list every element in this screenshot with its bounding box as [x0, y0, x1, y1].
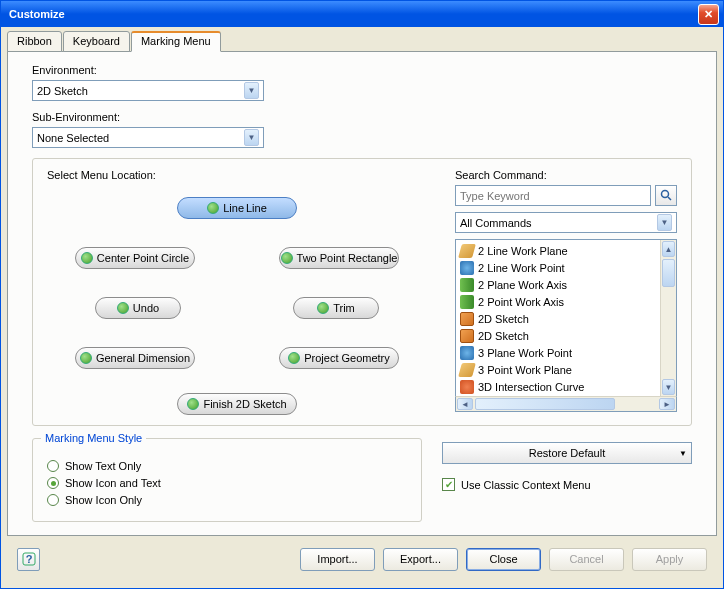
tab-marking-menu[interactable]: Marking Menu — [131, 31, 221, 52]
slot-north[interactable]: LineLine — [177, 197, 297, 219]
list-item[interactable]: 2 Plane Work Axis — [458, 276, 658, 293]
scroll-track[interactable] — [616, 397, 658, 411]
subenvironment-dropdown[interactable]: None Selected ▼ — [32, 127, 264, 148]
circle-icon — [81, 252, 93, 264]
subenvironment-label: Sub-Environment: — [32, 111, 692, 123]
command-panel: Search Command: All Commands ▼ — [455, 169, 677, 415]
command-filter-value: All Commands — [460, 217, 657, 229]
work-plane-icon — [458, 244, 476, 258]
checkbox-icon — [442, 478, 455, 491]
search-icon — [660, 189, 673, 202]
tabpanel-marking-menu: Environment: 2D Sketch ▼ Sub-Environment… — [7, 51, 717, 536]
slot-southwest[interactable]: General Dimension — [75, 347, 195, 369]
customize-dialog: Customize ✕ Ribbon Keyboard Marking Menu… — [0, 0, 724, 589]
svg-line-1 — [668, 197, 671, 200]
radio-icon — [47, 477, 59, 489]
slot-northeast[interactable]: Two Point Rectangle — [279, 247, 399, 269]
work-axis-icon — [460, 278, 474, 292]
right-options: Restore Default ▼ Use Classic Context Me… — [442, 438, 692, 522]
use-classic-context-menu-checkbox[interactable]: Use Classic Context Menu — [442, 478, 692, 491]
scroll-thumb[interactable] — [662, 259, 675, 287]
environment-value: 2D Sketch — [37, 85, 244, 97]
undo-icon — [117, 302, 129, 314]
slot-southeast[interactable]: Project Geometry — [279, 347, 399, 369]
list-item[interactable]: 3 Point Work Plane — [458, 361, 658, 378]
list-item[interactable]: 2D Sketch — [458, 327, 658, 344]
scroll-down-button[interactable]: ▼ — [662, 379, 675, 395]
search-button[interactable] — [655, 185, 677, 206]
finish-icon — [187, 398, 199, 410]
horizontal-scrollbar[interactable]: ◄ ► — [455, 396, 677, 412]
dialog-button-bar: ? Import... Export... Close Cancel Apply — [13, 542, 711, 576]
work-axis-icon — [460, 295, 474, 309]
scroll-up-button[interactable]: ▲ — [662, 241, 675, 257]
radio-text-only[interactable]: Show Text Only — [47, 460, 407, 472]
chevron-down-icon: ▼ — [679, 449, 687, 458]
scroll-track[interactable] — [661, 288, 676, 378]
tabstrip: Ribbon Keyboard Marking Menu — [7, 31, 717, 52]
close-button[interactable]: Close — [466, 548, 541, 571]
list-item[interactable]: 3 Plane Work Point — [458, 344, 658, 361]
export-button[interactable]: Export... — [383, 548, 458, 571]
slot-west[interactable]: Undo — [95, 297, 181, 319]
chevron-down-icon: ▼ — [657, 214, 672, 231]
window-close-button[interactable]: ✕ — [698, 4, 719, 25]
sketch-icon — [460, 329, 474, 343]
work-point-icon — [460, 346, 474, 360]
close-icon: ✕ — [704, 8, 713, 21]
command-listbox[interactable]: 2 Line Work Plane 2 Line Work Point 2 Pl… — [455, 239, 677, 397]
dialog-content: Ribbon Keyboard Marking Menu Environment… — [7, 31, 717, 582]
menu-location-label: Select Menu Location: — [47, 169, 435, 181]
environment-dropdown[interactable]: 2D Sketch ▼ — [32, 80, 264, 101]
titlebar: Customize ✕ — [1, 1, 723, 27]
command-filter-dropdown[interactable]: All Commands ▼ — [455, 212, 677, 233]
svg-point-0 — [661, 191, 668, 198]
vertical-scrollbar[interactable]: ▲ ▼ — [660, 240, 676, 396]
dimension-icon — [80, 352, 92, 364]
marking-menu-style-group: Marking Menu Style Show Text Only Show I… — [32, 438, 422, 522]
help-icon: ? — [22, 552, 36, 566]
line-icon — [207, 202, 219, 214]
restore-default-button[interactable]: Restore Default ▼ — [442, 442, 692, 464]
group-title: Marking Menu Style — [41, 432, 146, 444]
radial-menu-layout: LineLine Center Point Circle Two Point R… — [47, 185, 435, 415]
cancel-button: Cancel — [549, 548, 624, 571]
config-fieldset: Select Menu Location: LineLine Center Po… — [32, 158, 692, 426]
list-item[interactable]: 2D Sketch — [458, 310, 658, 327]
project-icon — [288, 352, 300, 364]
subenvironment-value: None Selected — [37, 132, 244, 144]
scroll-thumb[interactable] — [475, 398, 615, 410]
apply-button: Apply — [632, 548, 707, 571]
slot-northwest[interactable]: Center Point Circle — [75, 247, 195, 269]
search-input[interactable] — [455, 185, 651, 206]
scroll-left-button[interactable]: ◄ — [457, 398, 473, 410]
list-item[interactable]: 2 Line Work Plane — [458, 242, 658, 259]
list-item[interactable]: 2 Line Work Point — [458, 259, 658, 276]
rectangle-icon — [281, 252, 293, 264]
scroll-right-button[interactable]: ► — [659, 398, 675, 410]
svg-text:?: ? — [25, 553, 32, 565]
chevron-down-icon: ▼ — [244, 129, 259, 146]
radio-icon — [47, 494, 59, 506]
radio-icon-only[interactable]: Show Icon Only — [47, 494, 407, 506]
window-title: Customize — [5, 8, 698, 20]
curve-icon — [460, 380, 474, 394]
slot-east[interactable]: Trim — [293, 297, 379, 319]
search-command-label: Search Command: — [455, 169, 677, 181]
work-point-icon — [460, 261, 474, 275]
radio-icon — [47, 460, 59, 472]
list-item[interactable]: 2 Point Work Axis — [458, 293, 658, 310]
slot-south[interactable]: Finish 2D Sketch — [177, 393, 297, 415]
trim-icon — [317, 302, 329, 314]
chevron-down-icon: ▼ — [244, 82, 259, 99]
help-button[interactable]: ? — [17, 548, 40, 571]
import-button[interactable]: Import... — [300, 548, 375, 571]
sketch-icon — [460, 312, 474, 326]
list-item[interactable]: 3D Intersection Curve — [458, 378, 658, 395]
environment-label: Environment: — [32, 64, 692, 76]
tab-ribbon[interactable]: Ribbon — [7, 31, 62, 52]
menu-location-panel: Select Menu Location: LineLine Center Po… — [47, 169, 435, 415]
radio-icon-and-text[interactable]: Show Icon and Text — [47, 477, 407, 489]
tab-keyboard[interactable]: Keyboard — [63, 31, 130, 52]
work-plane-icon — [458, 363, 476, 377]
